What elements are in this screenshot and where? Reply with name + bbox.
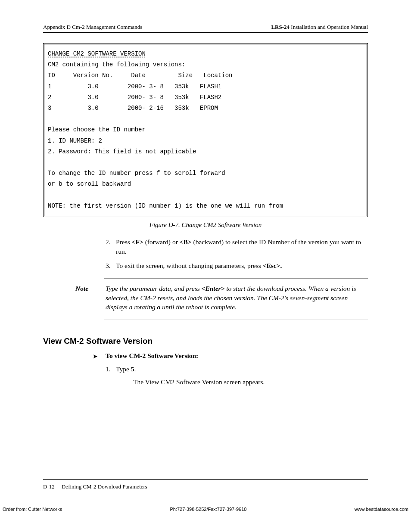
step-text: Type 5. The View CM2 Software Version sc… — [116, 364, 265, 386]
terminal-screen-box: CHANGE CM2 SOFTWARE VERSION CM2 containi… — [43, 43, 368, 217]
header-right-rest: Installation and Operation Manual — [290, 24, 368, 30]
page-footer: D-12 Defining CM-2 Download Parameters — [43, 479, 368, 490]
order-right: www.bestdatasource.com — [355, 507, 408, 512]
arrow-icon: ➤ — [93, 353, 106, 360]
order-left: Order from: Cutter Networks — [3, 507, 62, 512]
terminal-title: CHANGE CM2 SOFTWARE VERSION — [48, 50, 146, 57]
terminal-prompt-1: Please choose the ID number — [48, 126, 146, 133]
key-esc: <Esc>. — [263, 262, 282, 269]
step-item-1: 1. Type 5. The View CM2 Software Version… — [106, 364, 368, 386]
divider — [104, 278, 368, 279]
terminal-row-2: 2 3.0 2000- 3- 8 353k FLASH2 — [48, 94, 221, 101]
header-right: LRS-24 Installation and Operation Manual — [271, 24, 368, 31]
note-block: Note Type the parameter data, and press … — [75, 284, 368, 312]
key-enter: <Enter> — [202, 285, 225, 292]
terminal-columns: ID Version No. Date Size Location — [48, 72, 232, 79]
order-line: Order from: Cutter Networks Ph:727-398-5… — [0, 507, 411, 512]
page-number: D-12 — [43, 483, 55, 490]
terminal-note: NOTE: the first version (ID number 1) is… — [48, 202, 283, 209]
list-item-3: 3. To exit the screen, without changing … — [106, 261, 368, 271]
terminal-subtitle: CM2 containing the following versions: — [48, 61, 185, 68]
footer-title: Defining CM-2 Download Parameters — [62, 483, 147, 490]
terminal-instr-1: To change the ID number press f to scrol… — [48, 170, 225, 177]
note-text: Type the parameter data, and press <Ente… — [106, 284, 368, 312]
list-number: 2. — [106, 237, 116, 256]
terminal-row-3: 3 3.0 2000- 2-16 353k EPROM — [48, 105, 218, 112]
header-left: Appendix D Cm-2 Management Commands — [43, 24, 142, 31]
key-b: <B> — [180, 238, 192, 246]
terminal-instr-2: or b to scroll backward — [48, 180, 131, 187]
terminal-prompt-3: 2. Password: This field is not applicabl… — [48, 148, 196, 155]
divider — [104, 320, 368, 320]
list-number: 3. — [106, 261, 116, 271]
list-text: Press <F> (forward) or <B> (backward) to… — [116, 237, 368, 256]
step-result: The View CM2 Software Version screen app… — [133, 377, 265, 387]
order-center: Ph:727-398-5252/Fax:727-397-9610 — [170, 507, 246, 512]
numbered-list: 2. Press <F> (forward) or <B> (backward)… — [106, 237, 368, 271]
section-heading: View CM-2 Software Version — [43, 336, 368, 346]
header-right-bold: LRS-24 — [271, 24, 290, 30]
terminal-prompt-2: 1. ID NUMBER: 2 — [48, 137, 102, 144]
key-f: <F> — [132, 238, 143, 246]
note-label: Note — [75, 284, 106, 312]
list-item-2: 2. Press <F> (forward) or <B> (backward)… — [106, 237, 368, 256]
action-text: To view CM-2 Software Version: — [106, 352, 198, 359]
step-number: 1. — [106, 364, 116, 386]
step-list: 1. Type 5. The View CM2 Software Version… — [106, 364, 368, 386]
terminal-row-1: 1 3.0 2000- 3- 8 353k FLASH1 — [48, 83, 221, 90]
document-page: Appendix D Cm-2 Management Commands LRS-… — [0, 0, 411, 517]
figure-caption: Figure D-7. Change CM2 Software Version — [43, 221, 368, 229]
action-line: ➤ To view CM-2 Software Version: — [93, 352, 368, 360]
list-text: To exit the screen, without changing par… — [116, 261, 282, 271]
page-header: Appendix D Cm-2 Management Commands LRS-… — [43, 24, 368, 33]
